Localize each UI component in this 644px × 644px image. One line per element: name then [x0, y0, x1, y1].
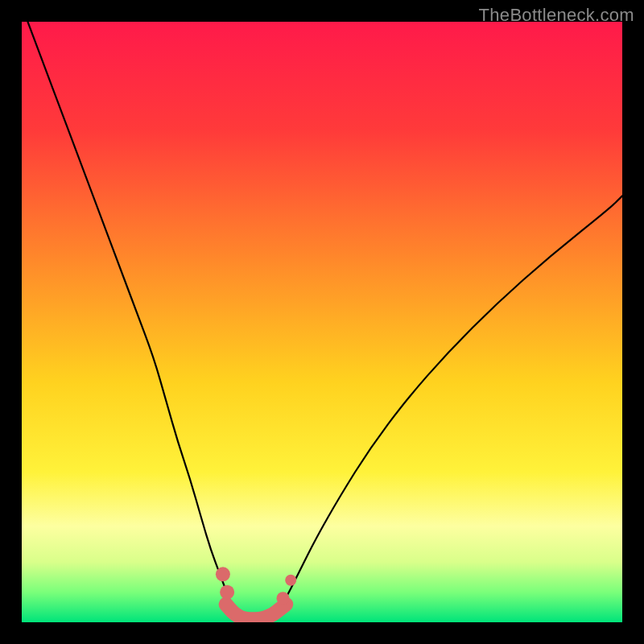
chart-background — [22, 22, 622, 622]
chart-plot-area — [22, 22, 622, 622]
left-marker-upper — [216, 567, 230, 581]
right-marker-upper — [285, 575, 296, 586]
chart-svg — [22, 22, 622, 622]
right-marker-lower — [277, 592, 290, 605]
left-marker-lower — [220, 585, 234, 600]
watermark-text: TheBottleneck.com — [479, 5, 634, 26]
